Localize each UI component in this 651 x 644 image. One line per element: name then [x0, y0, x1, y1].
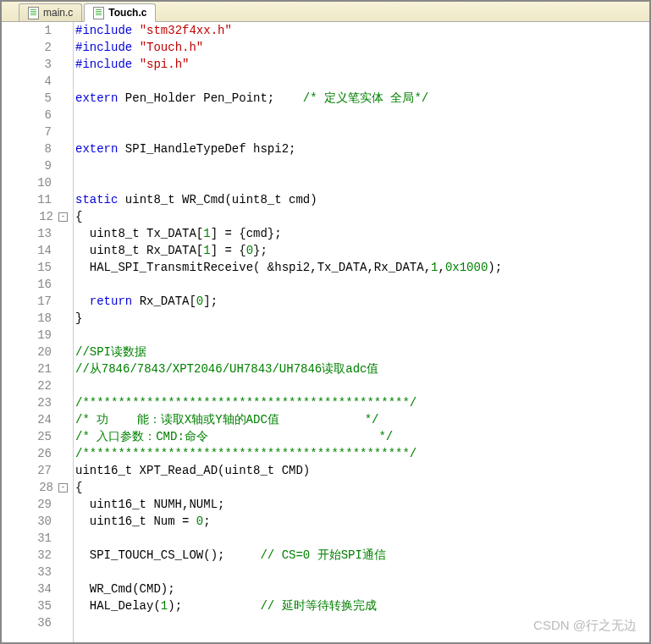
code-token: HAL_SPI_TransmitReceive( &hspi2,Tx_DATA,… [75, 261, 431, 274]
code-token: uint8_t Rx_DATA[ [75, 244, 203, 257]
code-line[interactable] [75, 327, 649, 344]
code-line[interactable]: uint16_t NUMH,NUML; [75, 496, 649, 513]
code-content[interactable]: #include "stm32f4xx.h"#include "Touch.h"… [74, 22, 649, 642]
line-number: 34 [14, 582, 57, 596]
code-line[interactable] [75, 107, 649, 124]
gutter-line: 7 [2, 124, 73, 140]
fold-toggle[interactable]: - [58, 212, 68, 222]
code-line[interactable]: uint8_t Rx_DATA[1] = {0}; [75, 242, 649, 259]
code-token: uint16_t NUMH,NUML; [75, 498, 224, 511]
code-line[interactable]: HAL_Delay(1); // 延时等待转换完成 [75, 597, 649, 614]
code-line[interactable]: extern SPI_HandleTypeDef hspi2; [75, 140, 649, 157]
code-line[interactable]: SPI_TOUCH_CS_LOW(); // CS=0 开始SPI通信 [75, 547, 649, 564]
line-number: 3 [14, 58, 57, 71]
gutter-line: 30 [2, 513, 73, 530]
gutter-line: 15 [2, 259, 73, 276]
code-token: uint16_t XPT_Read_AD(uint8_t CMD) [75, 464, 310, 477]
code-line[interactable]: /* 入口参数：CMD:命令 */ [75, 428, 649, 445]
code-line[interactable]: } [75, 310, 649, 327]
code-token [75, 294, 90, 308]
code-token: "stm32f4xx.h" [140, 24, 232, 37]
line-number: 36 [14, 616, 57, 630]
gutter-line: 21 [2, 361, 73, 377]
gutter-line: 4 [2, 73, 73, 90]
code-token: #include [75, 41, 140, 54]
gutter-line: 26 [2, 445, 73, 462]
code-token: #include [75, 24, 140, 37]
code-line[interactable]: uint16_t XPT_Read_AD(uint8_t CMD) [75, 462, 649, 479]
gutter-line: 2 [2, 39, 73, 56]
code-token: #include [75, 58, 140, 71]
code-line[interactable]: #include "Touch.h" [75, 39, 649, 56]
code-line[interactable]: return Rx_DATA[0]; [75, 293, 649, 310]
code-line[interactable] [75, 174, 649, 191]
code-token: 0 [196, 515, 203, 528]
tab-touch-c[interactable]: Touch.c [84, 3, 156, 22]
tab-main-c[interactable]: main.c [19, 3, 82, 21]
gutter-line: 33 [2, 564, 73, 581]
gutter-line: 5 [2, 90, 73, 107]
code-token: uint16_t Num = [75, 515, 196, 528]
line-number: 14 [14, 244, 57, 257]
line-number: 1 [14, 24, 57, 37]
code-line[interactable]: /* 功 能：读取X轴或Y轴的ADC值 */ [75, 411, 649, 428]
code-line[interactable]: { [75, 479, 649, 496]
code-token: Rx_DATA[ [132, 294, 196, 308]
code-line[interactable]: //SPI读数据 [75, 344, 649, 361]
code-token: ] = {cmd}; [211, 227, 282, 240]
code-token: SPI_TOUCH_CS_LOW(); [75, 548, 260, 562]
gutter-line: 27 [2, 462, 73, 479]
line-number: 28 [16, 481, 58, 494]
gutter-line: 29 [2, 496, 73, 513]
code-token: // CS=0 开始SPI通信 [260, 548, 385, 562]
fold-toggle[interactable]: - [58, 483, 68, 493]
code-token: /***************************************… [75, 396, 417, 410]
code-token: extern [75, 142, 118, 156]
gutter-line: 14 [2, 242, 73, 259]
code-line[interactable]: uint16_t Num = 0; [75, 513, 649, 530]
code-line[interactable]: uint8_t Tx_DATA[1] = {cmd}; [75, 225, 649, 242]
line-number: 30 [14, 515, 57, 528]
line-number: 7 [14, 125, 57, 139]
code-line[interactable] [75, 73, 649, 90]
gutter-line: 17 [2, 293, 73, 310]
code-token: // 延时等待转换完成 [260, 599, 376, 613]
code-line[interactable] [75, 564, 649, 581]
code-token: 0 [246, 244, 253, 257]
code-line[interactable]: { [75, 208, 649, 225]
line-number: 33 [14, 565, 57, 579]
code-line[interactable]: static uint8_t WR_Cmd(uint8_t cmd) [75, 191, 649, 208]
gutter-line: 23 [2, 394, 73, 411]
code-token: extern [75, 91, 118, 105]
code-line[interactable]: /***************************************… [75, 445, 649, 462]
code-token: }; [253, 244, 268, 257]
line-number: 5 [14, 91, 57, 105]
line-number: 27 [14, 464, 57, 477]
code-line[interactable]: HAL_SPI_TransmitReceive( &hspi2,Tx_DATA,… [75, 259, 649, 276]
gutter-line: 28- [2, 479, 73, 496]
code-line[interactable]: /***************************************… [75, 394, 649, 411]
line-number: 18 [14, 311, 57, 325]
code-token: ]; [203, 294, 218, 308]
code-line[interactable] [75, 530, 649, 547]
gutter-line: 34 [2, 581, 73, 597]
code-line[interactable]: WR_Cmd(CMD); [75, 581, 649, 597]
code-token: /* 定义笔实体 全局*/ [303, 91, 428, 105]
code-line[interactable] [75, 377, 649, 394]
code-line[interactable]: #include "spi.h" [75, 56, 649, 73]
code-line[interactable]: extern Pen_Holder Pen_Point; /* 定义笔实体 全局… [75, 90, 649, 107]
code-line[interactable] [75, 614, 649, 631]
code-line[interactable]: //从7846/7843/XPT2046/UH7843/UH7846读取adc值 [75, 361, 649, 377]
line-number: 4 [14, 74, 57, 88]
code-line[interactable]: #include "stm32f4xx.h" [75, 22, 649, 39]
code-line[interactable] [75, 157, 649, 174]
gutter-line: 16 [2, 276, 73, 293]
line-number: 20 [14, 345, 57, 359]
tab-bar: main.cTouch.c [2, 2, 649, 22]
code-token: 1 [161, 599, 168, 613]
line-number: 35 [14, 599, 57, 613]
code-line[interactable] [75, 276, 649, 293]
line-number: 29 [14, 498, 57, 511]
gutter-line: 9 [2, 157, 73, 174]
code-line[interactable] [75, 124, 649, 140]
